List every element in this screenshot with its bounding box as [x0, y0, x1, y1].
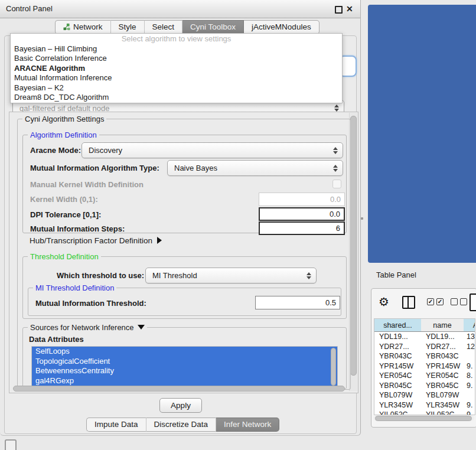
tab-style[interactable]: Style	[111, 20, 145, 34]
table-cell: YBR045C	[421, 381, 464, 391]
table-row[interactable]: YBL079WYBL079W	[374, 390, 475, 400]
tab-select[interactable]: Select	[145, 20, 183, 34]
settings-scroll-pane: Cyni Algorithm Settings Algorithm Defini…	[9, 112, 358, 393]
dpi-tolerance-field[interactable]: 0.0	[259, 207, 345, 221]
algorithm-option-mutual-information-inference[interactable]: Mutual Information Inference	[11, 73, 342, 83]
table-horizontal-scrollbar[interactable]	[374, 415, 474, 421]
combo-spinner-icon	[333, 147, 338, 154]
float-window-icon[interactable]	[335, 6, 343, 14]
table-cell: YBR045C	[374, 381, 421, 391]
mi-type-combo[interactable]: Naive Bayes	[167, 160, 343, 176]
table-cell: YDL19...	[374, 332, 421, 342]
table-panel-toolbar: ⚙ ✓ ✓	[371, 294, 476, 314]
sources-group: Sources for Network Inference Data Attri…	[22, 327, 347, 389]
attributes-vertical-scrollbar[interactable]	[331, 348, 336, 386]
tab-label: jActiveMNodules	[252, 21, 311, 34]
aracne-mode-value: Discovery	[89, 143, 122, 158]
apply-button[interactable]: Apply	[159, 398, 202, 413]
table-cell: 13	[464, 332, 475, 342]
table-row[interactable]: YDL19...YDL19...13	[374, 332, 475, 342]
attribute-item-selfloops[interactable]: SelfLoops	[32, 347, 337, 357]
column-header-shared[interactable]: shared...	[374, 319, 422, 332]
control-panel-window: Control Panel ✕ NetworkStyleSelectCyni T…	[0, 0, 361, 436]
attribute-item-betweennesscentrality[interactable]: BetweennessCentrality	[32, 366, 337, 376]
table-row[interactable]: YLR345WYLR345W9.	[374, 400, 475, 410]
attribute-item-gal4rgexp[interactable]: gal4RGexp	[32, 376, 337, 386]
tab-impute-data[interactable]: Impute Data	[86, 418, 146, 432]
table-row[interactable]: YER054CYER054C8.	[374, 371, 475, 381]
table-cell: YPR145W	[374, 361, 421, 371]
mi-steps-label: Mutual Information Steps:	[30, 224, 125, 233]
kernel-width-label: Kernel Width (0,1):	[30, 195, 98, 204]
column-header-a[interactable]: A	[464, 319, 475, 332]
kernel-width-field[interactable]: 0.0	[259, 193, 345, 206]
split-columns-icon[interactable]	[402, 296, 415, 309]
table-row[interactable]: YIL052CYIL052C9.	[374, 410, 475, 415]
sources-legend[interactable]: Sources for Network Inference	[28, 323, 147, 332]
tab-label: Cyni Toolbox	[190, 21, 236, 34]
control-panel-tabbar: NetworkStyleSelectCyni ToolboxjActiveMNo…	[55, 20, 319, 34]
gear-icon[interactable]: ⚙	[379, 295, 389, 309]
aracne-mode-label: Aracne Mode:	[30, 146, 81, 155]
checked-checkbox-icon[interactable]: ✓	[427, 298, 434, 305]
table-cell: YLR345W	[374, 400, 421, 410]
table-cell: YPR145W	[421, 361, 464, 371]
expanded-arrow-icon	[138, 325, 145, 330]
algorithm-popup-placeholder: Select algorithm to view settings	[11, 34, 342, 44]
tab-cyni-toolbox[interactable]: Cyni Toolbox	[182, 20, 244, 34]
column-header-name[interactable]: name	[421, 319, 464, 332]
combo-spinner-icon	[333, 165, 338, 172]
tab-infer-network[interactable]: Infer Network	[216, 418, 279, 432]
manual-kernel-checkbox[interactable]	[332, 180, 341, 188]
tab-network[interactable]: Network	[55, 20, 111, 34]
algorithm-definition-legend: Algorithm Definition	[28, 131, 99, 139]
close-icon[interactable]: ✕	[346, 4, 353, 14]
table-row[interactable]: YDR27...YDR27...12	[374, 342, 475, 352]
data-attributes-list[interactable]: SelfLoopsTopologicalCoefficientBetweenne…	[31, 346, 338, 389]
table-row[interactable]: YPR145WYPR145W9.	[374, 361, 475, 371]
cyni-settings-legend: Cyni Algorithm Settings	[22, 115, 106, 123]
document-icon[interactable]	[470, 294, 476, 311]
minimized-panel-icon[interactable]	[5, 439, 17, 450]
tab-discretize-data[interactable]: Discretize Data	[146, 418, 217, 432]
threshold-definition-group: Threshold Definition Which threshold to …	[22, 256, 347, 319]
dpi-tolerance-label: DPI Tolerance [0,1]:	[30, 210, 101, 219]
settings-horizontal-scrollbar[interactable]	[12, 385, 348, 392]
algorithm-option-bayesian-k2[interactable]: Bayesian – K2	[11, 83, 342, 93]
table-cell	[464, 390, 475, 400]
table-row[interactable]: YBR043CYBR043C	[374, 351, 475, 361]
panel-divider-grip[interactable]	[361, 217, 363, 220]
collapsed-arrow-icon	[157, 237, 162, 244]
algorithm-option-bayesian-hill-climbing[interactable]: Bayesian – Hill Climbing	[11, 44, 342, 54]
checked-checkbox-icon[interactable]: ✓	[436, 298, 444, 305]
table-cell: YBL079W	[421, 390, 464, 400]
mi-threshold-field[interactable]: 0.5	[255, 296, 340, 309]
mi-threshold-label: Mutual Information Threshold:	[35, 299, 146, 308]
hub-factor-section[interactable]: Hub/Transcription Factor Definition	[30, 236, 162, 245]
network-view-frame: GALGAL80GAL10GAL1SWI4GAL11GAL4GCY1HAP4YH…	[368, 5, 476, 263]
cyni-algorithm-settings-group: Cyni Algorithm Settings Algorithm Defini…	[17, 119, 351, 390]
control-panel-title: Control Panel	[6, 0, 53, 18]
table-row[interactable]: YBR045CYBR045C9.	[374, 381, 475, 391]
table-cell: YBL079W	[374, 390, 421, 400]
tab-label: Select	[152, 21, 175, 34]
which-threshold-combo[interactable]: MI Threshold	[145, 268, 317, 283]
attribute-item-topologicalcoefficient[interactable]: TopologicalCoefficient	[32, 357, 337, 367]
algorithm-option-dream8-dc-tdc-algorithm[interactable]: Dream8 DC_TDC Algorithm	[11, 93, 342, 102]
tab-jactivemnodules[interactable]: jActiveMNodules	[244, 20, 319, 34]
unchecked-checkbox-icon[interactable]	[460, 298, 467, 305]
algorithm-option-aracne-algorithm[interactable]: ARACNE Algorithm	[11, 64, 342, 73]
algorithm-option-basic-correlation-inference[interactable]: Basic Correlation Inference	[11, 54, 342, 63]
which-threshold-label: Which threshold to use:	[57, 271, 144, 280]
unchecked-checkbox-icon[interactable]	[451, 298, 458, 305]
table-cell: YDR27...	[421, 342, 464, 352]
tab-label: Discretize Data	[154, 418, 208, 431]
control-panel-titlebar: Control Panel ✕	[0, 0, 360, 18]
table-cell: YLR345W	[421, 400, 464, 410]
mi-steps-field[interactable]: 6	[259, 221, 345, 235]
algorithm-definition-group: Algorithm Definition Aracne Mode: Discov…	[22, 135, 347, 233]
algorithm-dropdown-popup: Select algorithm to view settings Bayesi…	[10, 33, 343, 103]
node-table[interactable]: shared...nameA YDL19...YDL19...13YDR27..…	[374, 318, 475, 415]
aracne-mode-combo[interactable]: Discovery	[81, 142, 343, 158]
tab-label: Infer Network	[224, 418, 271, 431]
